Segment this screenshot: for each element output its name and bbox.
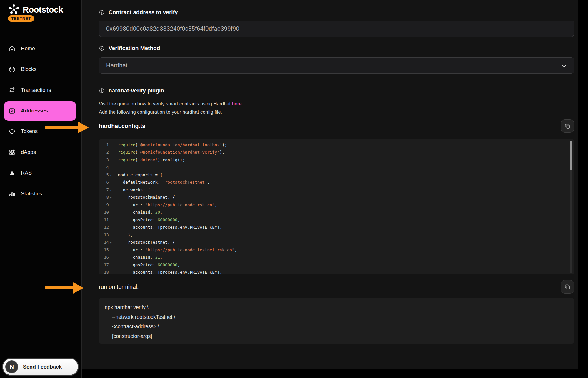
fold-chevron-icon[interactable] xyxy=(109,257,113,258)
fold-chevron-icon[interactable] xyxy=(109,144,113,145)
copy-config-button[interactable] xyxy=(561,119,574,133)
line-number: 8 xyxy=(99,195,109,200)
code-line: 18 accounts: [process.env.PRIVATE_KEY], xyxy=(99,269,574,275)
send-feedback-button[interactable]: N Send Feedback xyxy=(3,359,78,375)
triangle-icon xyxy=(9,170,16,177)
config-note: Add the following configuration to your … xyxy=(99,108,242,116)
plugin-title-row: hardhat-verify plugin xyxy=(99,87,164,94)
code-scrollbar-thumb[interactable] xyxy=(570,141,572,170)
terminal-label: run on terminal: xyxy=(99,284,139,290)
code-line: 14 ∨ rootstockTestnet: { xyxy=(99,239,574,246)
code-line: 10 chainId: 30, xyxy=(99,209,574,216)
line-number: 3 xyxy=(99,158,109,162)
code-line: 17 gasPrice: 60000000, xyxy=(99,261,574,269)
info-icon[interactable] xyxy=(99,88,105,94)
sidebar-item-label: dApps xyxy=(21,149,36,155)
plugin-title: hardhat-verify plugin xyxy=(109,87,164,94)
copy-icon xyxy=(564,284,571,290)
sidebar-item-home[interactable]: Home xyxy=(0,38,81,59)
line-number: 7 xyxy=(99,188,109,192)
sidebar-item-transactions[interactable]: Transactions xyxy=(0,80,81,101)
code-line: 15 url: "https://public-node.testnet.rsk… xyxy=(99,246,574,254)
sidebar-item-label: Transactions xyxy=(21,87,51,93)
fold-chevron-icon[interactable]: ∨ xyxy=(109,188,113,192)
verification-method-label: Verification Method xyxy=(109,45,160,52)
line-number: 12 xyxy=(99,225,109,230)
line-number: 2 xyxy=(99,150,109,155)
dapps-grid-plus-icon xyxy=(9,149,16,156)
terminal-command-block: npx hardhat verify \--network rootstockT… xyxy=(99,298,574,344)
line-number: 13 xyxy=(99,233,109,237)
fold-chevron-icon[interactable] xyxy=(109,167,113,168)
rootstock-logo-icon xyxy=(8,4,20,16)
code-line: 5 ∨ module.exports = { xyxy=(99,171,574,179)
feedback-label: Send Feedback xyxy=(23,364,62,370)
bar-chart-icon xyxy=(9,190,16,197)
address-card-icon xyxy=(9,107,16,115)
sidebar-item-statistics[interactable]: Statistics xyxy=(0,183,81,204)
line-number: 1 xyxy=(99,142,109,147)
fold-chevron-icon[interactable] xyxy=(109,264,113,266)
line-number: 9 xyxy=(99,203,109,207)
info-icon[interactable] xyxy=(99,45,105,51)
fold-chevron-icon[interactable] xyxy=(109,212,113,213)
code-scrollbar-track xyxy=(570,141,572,273)
code-line: 12 accounts: [process.env.PRIVATE_KEY], xyxy=(99,224,574,231)
chevron-down-icon xyxy=(561,63,567,69)
guide-text: Visit the guide on how to verify smart c… xyxy=(99,101,231,106)
home-icon xyxy=(9,45,16,52)
line-number: 4 xyxy=(99,165,109,170)
fold-chevron-icon[interactable] xyxy=(109,182,113,183)
terminal-header: run on terminal: xyxy=(99,279,574,294)
code-line: 1 require('@nomicfoundation/hardhat-tool… xyxy=(99,141,574,149)
code-line: 8 ∨ rootstockMainnet: { xyxy=(99,194,574,201)
config-code-block: 1 require('@nomicfoundation/hardhat-tool… xyxy=(99,139,574,274)
terminal-command-line: npx hardhat verify \ xyxy=(105,303,574,312)
sidebar-item-dapps[interactable]: dApps xyxy=(0,142,81,163)
page: Rootstock TESTNET Home Blocks Transactio… xyxy=(0,0,588,378)
verification-method-select[interactable]: Hardhat xyxy=(99,57,574,74)
verification-method-label-row: Verification Method xyxy=(99,45,160,52)
terminal-command-line: [constructor-args] xyxy=(112,331,574,341)
code-line: 9 url: "https://public-node.rsk.co", xyxy=(99,201,574,209)
line-number: 15 xyxy=(99,248,109,252)
sidebar-item-ras[interactable]: RAS xyxy=(0,163,81,184)
code-line: 7 ∨ networks: { xyxy=(99,186,574,194)
code-line: 13 }, xyxy=(99,231,574,239)
sidebar-item-blocks[interactable]: Blocks xyxy=(0,59,81,80)
feedback-avatar: N xyxy=(5,360,18,373)
sidebar-item-label: Tokens xyxy=(21,128,38,135)
fold-chevron-icon[interactable] xyxy=(109,227,113,228)
sidebar: Rootstock TESTNET Home Blocks Transactio… xyxy=(0,0,82,378)
line-number: 10 xyxy=(99,210,109,215)
fold-chevron-icon[interactable] xyxy=(109,234,113,236)
line-number: 5 xyxy=(99,173,109,177)
fold-chevron-icon[interactable] xyxy=(109,249,113,251)
terminal-command-line: <contract-address> \ xyxy=(112,322,574,331)
coin-icon xyxy=(9,128,16,135)
fold-chevron-icon[interactable] xyxy=(109,152,113,153)
contract-address-input[interactable] xyxy=(99,21,574,37)
fold-chevron-icon[interactable] xyxy=(109,159,113,160)
sidebar-item-label: RAS xyxy=(21,170,32,176)
fold-chevron-icon[interactable]: ∨ xyxy=(109,240,113,244)
sidebar-item-label: Statistics xyxy=(21,191,42,197)
info-icon[interactable] xyxy=(99,9,105,15)
copy-command-button[interactable] xyxy=(561,280,574,294)
config-file-name: hardhat.config.ts xyxy=(99,123,145,130)
config-file-header: hardhat.config.ts xyxy=(99,119,574,133)
fold-chevron-icon[interactable] xyxy=(109,272,113,273)
line-number: 18 xyxy=(99,270,109,274)
terminal-command-line: --network rootstockTestnet \ xyxy=(112,312,574,322)
fold-chevron-icon[interactable] xyxy=(109,204,113,205)
fold-chevron-icon[interactable] xyxy=(109,219,113,220)
line-number: 11 xyxy=(99,218,109,222)
fold-chevron-icon[interactable]: ∨ xyxy=(109,173,113,177)
rootstock-logo[interactable]: Rootstock xyxy=(8,4,63,16)
fold-chevron-icon[interactable]: ∨ xyxy=(109,195,113,199)
sidebar-item-label: Home xyxy=(21,46,35,52)
sidebar-item-addresses[interactable]: Addresses xyxy=(4,101,76,121)
guide-here-link[interactable]: here xyxy=(232,101,242,106)
annotation-arrow-terminal xyxy=(45,281,84,294)
line-number: 17 xyxy=(99,263,109,267)
